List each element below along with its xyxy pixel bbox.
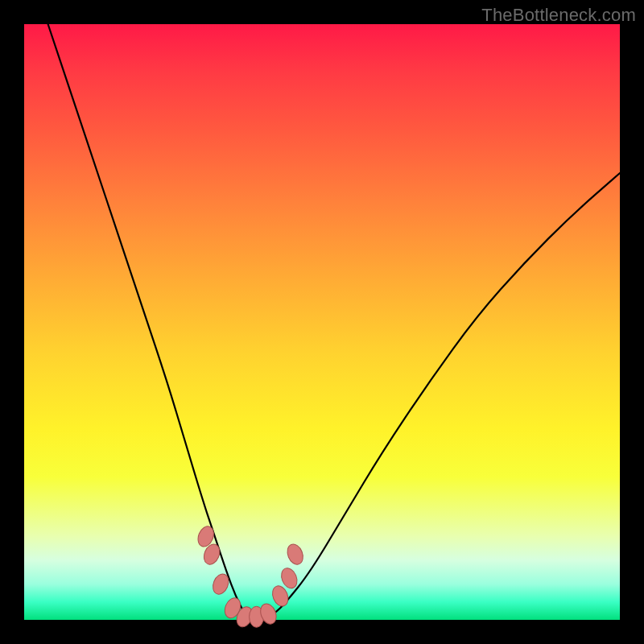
chart-svg <box>24 24 620 620</box>
plot-area <box>24 24 620 620</box>
chart-frame: TheBottleneck.com <box>0 0 644 644</box>
highlighted-points <box>195 524 305 630</box>
bottleneck-curve <box>48 24 620 620</box>
data-marker <box>284 542 305 567</box>
watermark-text: TheBottleneck.com <box>481 5 636 26</box>
